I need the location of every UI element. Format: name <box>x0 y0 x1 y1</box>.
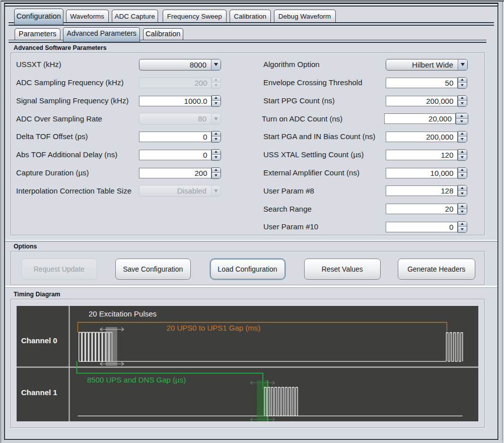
svg-text:Channel 1: Channel 1 <box>21 388 57 397</box>
svg-text:20 Excitation Pulses: 20 Excitation Pulses <box>89 309 157 318</box>
svg-text:Channel 0: Channel 0 <box>21 336 57 344</box>
svg-text:8500 UPS and DNS Gap (µs): 8500 UPS and DNS Gap (µs) <box>87 375 186 384</box>
svg-text:20 UPS0 to UPS1 Gap (ms): 20 UPS0 to UPS1 Gap (ms) <box>167 324 261 332</box>
